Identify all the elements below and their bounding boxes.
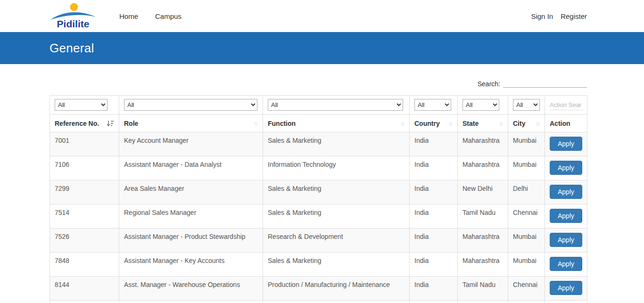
apply-button[interactable]: Apply [550, 257, 582, 271]
cell-reference: 8144 [50, 277, 119, 301]
cell-role: Assistant Manager - Data Analyst [119, 156, 263, 180]
pidilite-logo[interactable]: Pidilite [50, 2, 97, 30]
apply-button[interactable]: Apply [550, 281, 582, 295]
apply-button[interactable]: Apply [550, 161, 582, 175]
cell-city: Mumbai [508, 229, 545, 253]
apply-button[interactable]: Apply [550, 233, 582, 247]
search-label: Search: [478, 80, 500, 88]
logo-wordmark: Pidilite [57, 18, 90, 29]
column-filter-row: All All All All All All [50, 96, 587, 115]
table-header-row: Reference No. Role↑↓ Function↑↓ Country↑… [50, 115, 587, 132]
page-title: General [50, 41, 94, 56]
table-row: 7106 Assistant Manager - Data Analyst In… [50, 156, 587, 180]
cell-state: New Delhi [458, 180, 508, 205]
table-row: 7299 Area Sales Manager Sales & Marketin… [50, 180, 587, 205]
nav-home[interactable]: Home [119, 12, 138, 20]
page-banner: General [0, 32, 644, 64]
column-header-city[interactable]: City↑↓ [508, 115, 545, 132]
cell-reference: 7526 [50, 229, 119, 253]
cell-city: Mumbai [508, 253, 545, 277]
cell-state: Tamil Nadu [458, 277, 508, 301]
column-header-role[interactable]: Role↑↓ [119, 115, 263, 132]
cell-reference: 7299 [50, 180, 119, 205]
cell-function: Sales & Marketing [263, 180, 410, 205]
column-header-state[interactable]: State↑↓ [458, 115, 508, 132]
cell-role: Area Sales Manager [119, 180, 263, 205]
cell-state: Tamil Nadu [458, 205, 508, 229]
apply-button[interactable]: Apply [550, 137, 582, 151]
cell-reference: 7514 [50, 205, 119, 229]
cell-city: Delhi [508, 180, 545, 205]
sort-amount-icon [107, 120, 114, 127]
cell-city: Mumbai [508, 156, 545, 180]
reference-filter-select[interactable]: All [55, 99, 107, 111]
main-nav: Home Campus [119, 12, 182, 20]
top-header: Pidilite Home Campus Sign In Register [0, 0, 644, 32]
cell-role: Regional Sales Manager [119, 205, 263, 229]
column-header-function[interactable]: Function↑↓ [263, 115, 410, 132]
cell-state: Maharashtra [458, 253, 508, 277]
sort-icon: ↑↓ [448, 120, 453, 127]
cell-function: Sales & Marketing [263, 132, 410, 156]
city-filter-select[interactable]: All [513, 99, 540, 111]
cell-function: Production / Manufacturing / Maintenance [263, 277, 410, 301]
sort-icon: ↑↓ [400, 120, 405, 127]
cell-city: Mumbai [508, 132, 545, 156]
sign-in-link[interactable]: Sign In [531, 12, 553, 20]
sort-icon: ↑↓ [536, 120, 540, 127]
cell-function: Sales & Marketing [263, 253, 410, 277]
apply-button[interactable]: Apply [550, 209, 582, 223]
search-input[interactable] [503, 78, 587, 88]
cell-country: India [410, 180, 458, 205]
cell-role: Asst. Manager - Warehouse Operations [119, 277, 263, 301]
column-header-action: Action [545, 115, 587, 132]
cell-reference: 7106 [50, 156, 119, 180]
role-filter-select[interactable]: All [124, 99, 257, 111]
search-bar: Search: [50, 78, 587, 90]
cell-state: Maharashtra [458, 156, 508, 180]
function-filter-select[interactable]: All [268, 99, 403, 111]
cell-country: India [410, 205, 458, 229]
sort-icon: ↑↓ [254, 120, 258, 127]
cell-role: Assistant Manager - Key Accounts [119, 253, 263, 277]
cell-state: Maharashtra [458, 132, 508, 156]
cell-country: India [410, 277, 458, 301]
table-row: 8144 Asst. Manager - Warehouse Operation… [50, 277, 587, 301]
table-row: 7514 Regional Sales Manager Sales & Mark… [50, 205, 587, 229]
cell-function: Information Technology [263, 156, 410, 180]
nav-campus[interactable]: Campus [155, 12, 182, 20]
cell-city: Chennai [508, 277, 545, 301]
column-header-reference[interactable]: Reference No. [50, 115, 119, 132]
table-row: 7848 Assistant Manager - Key Accounts Sa… [50, 253, 587, 277]
logo-sun-icon [70, 3, 78, 11]
apply-button[interactable]: Apply [550, 185, 582, 199]
sort-icon: ↑↓ [499, 120, 503, 127]
cell-country: India [410, 253, 458, 277]
cell-country: India [410, 229, 458, 253]
cell-country: India [410, 132, 458, 156]
cell-reference: 7848 [50, 253, 119, 277]
column-header-country[interactable]: Country↑↓ [410, 115, 458, 132]
cell-city: Chennai [508, 205, 545, 229]
cell-reference: 7001 [50, 132, 119, 156]
action-search-input[interactable] [550, 100, 584, 110]
cell-role: Assistant Manager - Product Stewardship [119, 229, 263, 253]
table-row: 7526 Assistant Manager - Product Steward… [50, 229, 587, 253]
cell-role: Key Account Manager [119, 132, 263, 156]
table-row: 7001 Key Account Manager Sales & Marketi… [50, 132, 587, 156]
cell-function: Research & Development [263, 229, 410, 253]
cell-function: Sales & Marketing [263, 205, 410, 229]
table-row-partial [50, 301, 587, 303]
state-filter-select[interactable]: All [462, 99, 499, 111]
cell-state: Maharashtra [458, 229, 508, 253]
cell-country: India [410, 156, 458, 180]
auth-nav: Sign In Register [531, 12, 587, 20]
jobs-table: All All All All All All Reference No. [50, 95, 587, 303]
register-link[interactable]: Register [561, 12, 587, 20]
country-filter-select[interactable]: All [414, 99, 451, 111]
